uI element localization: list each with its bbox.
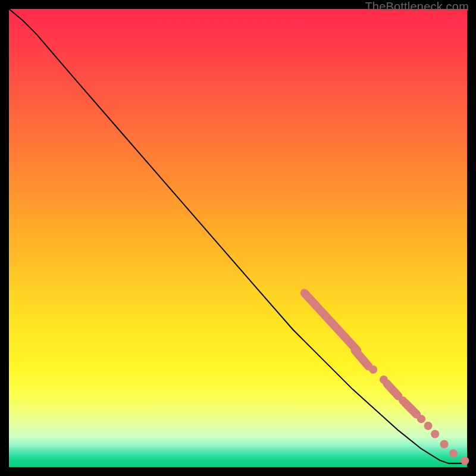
chart-gradient-background bbox=[9, 9, 467, 467]
chart-stage: TheBottleneck.com bbox=[0, 0, 476, 476]
watermark-text: TheBottleneck.com bbox=[365, 0, 469, 14]
